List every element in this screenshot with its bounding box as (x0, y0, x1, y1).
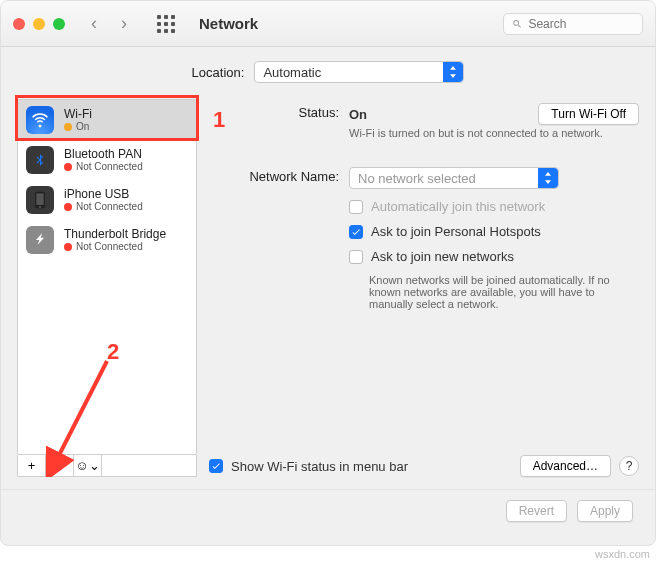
location-select[interactable]: Automatic (254, 61, 464, 83)
turn-wifi-off-button[interactable]: Turn Wi-Fi Off (538, 103, 639, 125)
search-input[interactable] (528, 17, 634, 31)
status-dot-icon (64, 243, 72, 251)
apply-button[interactable]: Apply (577, 500, 633, 522)
network-name-select[interactable]: No network selected (349, 167, 559, 189)
auto-join-checkbox (349, 200, 363, 214)
sidebar-item-bluetooth-pan[interactable]: Bluetooth PAN Not Connected (18, 140, 196, 180)
chevron-updown-icon (443, 62, 463, 82)
network-name-label: Network Name: (209, 167, 339, 189)
back-button[interactable]: ‹ (91, 13, 97, 34)
show-menubar-checkbox-row[interactable]: Show Wi-Fi status in menu bar (209, 459, 408, 474)
status-subtext: Wi-Fi is turned on but is not connected … (349, 127, 639, 139)
more-actions-button[interactable]: ☺︎⌄ (74, 455, 102, 476)
footer: Revert Apply (1, 489, 655, 532)
location-value: Automatic (263, 65, 321, 80)
status-dot-icon (64, 203, 72, 211)
watermark: wsxdn.com (595, 548, 650, 560)
location-label: Location: (192, 65, 245, 80)
show-all-icon[interactable] (157, 15, 175, 33)
sidebar-spacer (102, 455, 196, 476)
show-menubar-label: Show Wi-Fi status in menu bar (231, 459, 408, 474)
annotation-number-1: 1 (213, 107, 225, 133)
help-button[interactable]: ? (619, 456, 639, 476)
sidebar-item-label: Bluetooth PAN (64, 147, 143, 161)
sidebar-item-label: Thunderbolt Bridge (64, 227, 166, 241)
titlebar: ‹ › Network (1, 1, 655, 47)
annotation-number-2: 2 (107, 339, 119, 365)
ask-new-checkbox[interactable] (349, 250, 363, 264)
ask-hotspot-checkbox-row[interactable]: Ask to join Personal Hotspots (349, 224, 639, 239)
sidebar-item-iphone-usb[interactable]: iPhone USB Not Connected (18, 180, 196, 220)
network-preferences-window: ‹ › Network Location: Automatic 1 2 (0, 0, 656, 546)
content: 1 2 Wi-Fi On (1, 99, 655, 489)
location-row: Location: Automatic (1, 47, 655, 99)
auto-join-label: Automatically join this network (371, 199, 545, 214)
window-controls (13, 18, 65, 30)
status-row: Status: On Turn Wi-Fi Off Wi-Fi is turne… (209, 103, 639, 139)
detail-pane: Status: On Turn Wi-Fi Off Wi-Fi is turne… (209, 99, 639, 477)
chevron-updown-icon (538, 168, 558, 188)
remove-service-button[interactable]: − (46, 455, 74, 476)
show-menubar-checkbox[interactable] (209, 459, 223, 473)
ask-hotspot-checkbox[interactable] (349, 225, 363, 239)
ask-new-subtext: Known networks will be joined automatica… (369, 274, 629, 310)
ask-new-checkbox-row[interactable]: Ask to join new networks (349, 249, 639, 264)
search-icon (512, 18, 522, 30)
status-dot-icon (64, 123, 72, 131)
sidebar-actions: + − ☺︎⌄ (17, 455, 197, 477)
network-name-placeholder: No network selected (358, 171, 476, 186)
sidebar-item-thunderbolt-bridge[interactable]: Thunderbolt Bridge Not Connected (18, 220, 196, 260)
svg-rect-2 (36, 193, 43, 204)
sidebar-item-wifi[interactable]: Wi-Fi On (18, 100, 196, 140)
thunderbolt-icon (26, 226, 54, 254)
revert-button[interactable]: Revert (506, 500, 567, 522)
detail-bottom-row: Show Wi-Fi status in menu bar Advanced… … (209, 445, 639, 477)
svg-point-3 (39, 206, 41, 208)
sidebar-item-label: Wi-Fi (64, 107, 92, 121)
status-value: On (349, 107, 367, 122)
status-label: Status: (209, 103, 339, 139)
forward-button[interactable]: › (121, 13, 127, 34)
page-title: Network (199, 15, 258, 32)
nav-arrows: ‹ › (91, 13, 127, 34)
sidebar-item-label: iPhone USB (64, 187, 143, 201)
services-list[interactable]: Wi-Fi On Bluetooth PAN Not Connected (17, 99, 197, 455)
ask-hotspot-label: Ask to join Personal Hotspots (371, 224, 541, 239)
add-service-button[interactable]: + (18, 455, 46, 476)
close-button[interactable] (13, 18, 25, 30)
ask-new-label: Ask to join new networks (371, 249, 514, 264)
search-field[interactable] (503, 13, 643, 35)
auto-join-checkbox-row: Automatically join this network (349, 199, 639, 214)
status-dot-icon (64, 163, 72, 171)
wifi-icon (26, 106, 54, 134)
advanced-button[interactable]: Advanced… (520, 455, 611, 477)
bluetooth-icon (26, 146, 54, 174)
sidebar-container: 1 2 Wi-Fi On (17, 99, 197, 477)
minimize-button[interactable] (33, 18, 45, 30)
iphone-icon (26, 186, 54, 214)
network-name-row: Network Name: No network selected (209, 167, 639, 189)
zoom-button[interactable] (53, 18, 65, 30)
